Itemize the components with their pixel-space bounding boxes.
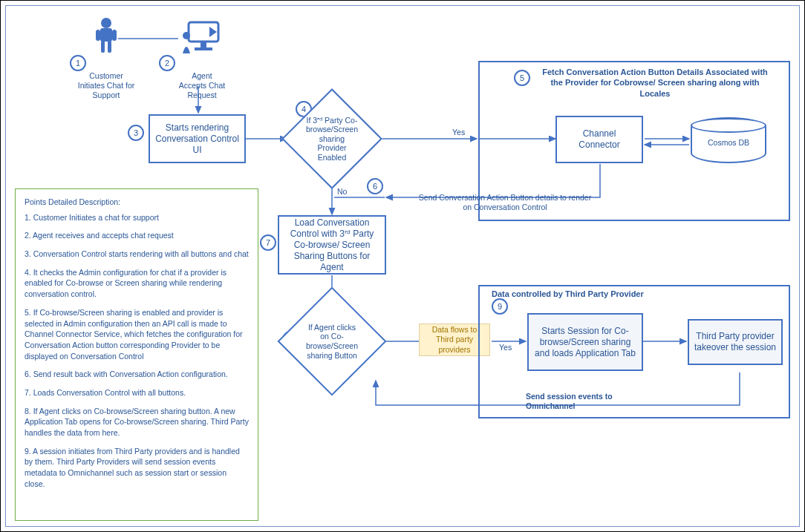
flow-yes-1: Yes — [452, 128, 465, 137]
step-num: 2 — [165, 59, 169, 68]
svg-rect-22 — [195, 47, 212, 50]
box-render-ui: Starts rendering Conversation Control UI — [149, 114, 246, 163]
flow-send-action: Send Conversation Action Button details … — [416, 193, 594, 212]
desc-item: 1. Customer Initiates a chat for support — [25, 212, 249, 223]
step-num: 6 — [373, 182, 377, 191]
step-num: 7 — [266, 238, 270, 247]
decision-agent-click: If Agent clicks on Co-browse/Screen shar… — [293, 303, 371, 380]
customer-title: Customer — [65, 71, 147, 81]
step-2-badge: 2 — [159, 55, 175, 71]
step-num: 3 — [134, 128, 138, 137]
box-load-control-text: Load Conversation Control with 3ʳᵈ Party… — [284, 217, 380, 273]
desc-item: 8. If Agent clicks on Co-browse/Screen s… — [25, 406, 249, 439]
customer-label: Customer Initiates Chat for Support — [65, 71, 147, 100]
cosmos-db-icon: Cosmos DB — [691, 117, 766, 163]
desc-item: 4. It checks the Admin configuration for… — [25, 267, 249, 300]
diagram-canvas: 1 2 3 4 5 6 7 8 9 Customer Initiates Cha… — [5, 5, 800, 527]
container-fetch-title: Fetch Conversation Action Button Details… — [536, 67, 774, 99]
decision-agent-click-text: If Agent clicks on Co-browse/Screen shar… — [304, 323, 360, 360]
svg-rect-16 — [112, 30, 117, 41]
svg-rect-17 — [101, 41, 105, 53]
note-text: Data flows to Third party providers — [423, 325, 486, 354]
description-panel: Points Detailed Description: 1. Customer… — [15, 188, 258, 521]
desc-title: Points Detailed Description: — [25, 197, 249, 208]
box-load-control: Load Conversation Control with 3ʳᵈ Party… — [278, 215, 386, 275]
decision-provider-text: If 3ʳᵈ Party Co-browse/Screen sharing Pr… — [306, 116, 358, 162]
agent-label: Agent Accepts Chat Request — [165, 71, 239, 100]
svg-point-20 — [183, 32, 190, 39]
desc-item: 2. Agent receives and accepts chat reque… — [25, 230, 249, 241]
desc-item: 9. A session initiates from Third Party … — [25, 446, 249, 490]
svg-rect-18 — [108, 41, 111, 53]
desc-item: 6. Send result back with Conversation Ac… — [25, 369, 249, 380]
customer-icon — [94, 16, 119, 56]
cosmos-db-label: Cosmos DB — [708, 138, 749, 147]
svg-point-13 — [101, 18, 111, 28]
agent-icon — [178, 19, 221, 56]
box-render-ui-text: Starts rendering Conversation Control UI — [154, 122, 240, 156]
agent-subtitle: Accepts Chat Request — [165, 81, 239, 100]
flow-send-session: Send session events to Omnichannel — [526, 392, 645, 411]
box-channel-connector-text: Channel Connector — [561, 128, 637, 151]
step-num: 1 — [76, 59, 80, 68]
step-1-badge: 1 — [70, 55, 86, 71]
flow-no-1: No — [337, 187, 347, 196]
box-third-party: Third Party provider takeover the sessio… — [688, 319, 783, 365]
container-third-party-title: Data controlled by Third Party Provider — [478, 289, 790, 298]
decision-provider-enabled: If 3ʳᵈ Party Co-browse/Screen sharing Pr… — [296, 103, 368, 174]
step-7-badge: 7 — [260, 234, 276, 251]
svg-rect-21 — [201, 42, 206, 47]
svg-rect-14 — [100, 28, 112, 42]
step-3-badge: 3 — [128, 125, 144, 141]
box-start-session: Starts Session for Co-browse/Screen shar… — [527, 313, 643, 371]
box-channel-connector: Channel Connector — [555, 116, 643, 163]
agent-title: Agent — [165, 71, 239, 81]
box-start-session-text: Starts Session for Co-browse/Screen shar… — [533, 326, 637, 359]
svg-rect-15 — [96, 30, 100, 41]
desc-item: 7. Loads Conversation Control with all b… — [25, 387, 249, 398]
step-6-badge: 6 — [367, 178, 383, 194]
desc-item: 3. Conversation Control starts rendering… — [25, 249, 249, 260]
desc-item: 5. If Co-browse/Screen sharing is enable… — [25, 307, 249, 361]
customer-subtitle: Initiates Chat for Support — [65, 81, 147, 100]
box-third-party-text: Third Party provider takeover the sessio… — [694, 331, 777, 353]
